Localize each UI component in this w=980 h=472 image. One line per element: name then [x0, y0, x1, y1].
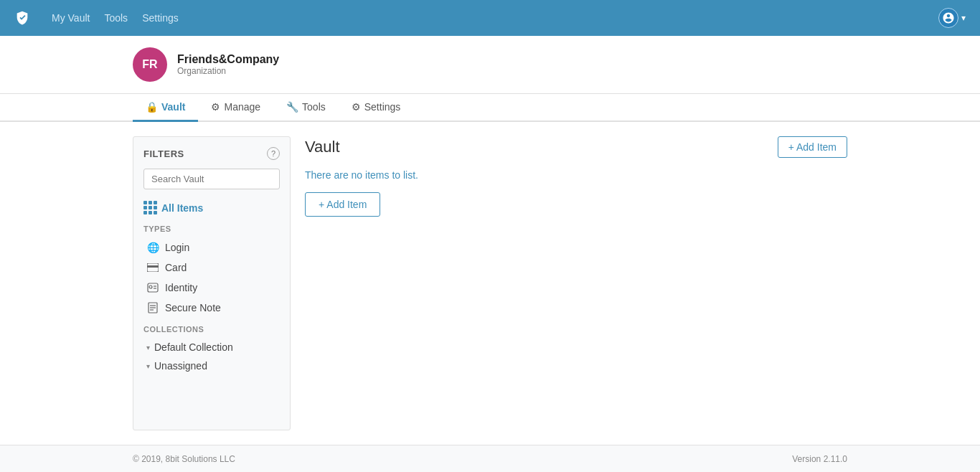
org-header: FR Friends&Company Organization — [0, 36, 980, 94]
add-item-main-button[interactable]: + Add Item — [305, 192, 380, 217]
tab-vault[interactable]: 🔒 Vault — [133, 94, 198, 122]
type-login-label: Login — [165, 242, 189, 253]
user-icon — [938, 8, 958, 28]
caret-unassigned-icon: ▾ — [146, 362, 150, 370]
type-identity[interactable]: Identity — [143, 278, 280, 298]
org-info: Friends&Company Organization — [177, 53, 279, 76]
settings-tab-icon: ⚙ — [352, 101, 361, 113]
sidebar-header: FILTERS ? — [143, 147, 280, 160]
collection-unassigned-label: Unassigned — [154, 360, 207, 372]
identity-icon — [146, 281, 159, 294]
types-section-label: TYPES — [143, 225, 280, 233]
manage-tab-icon: ⚙ — [211, 101, 220, 113]
grid-icon — [143, 201, 157, 214]
svg-rect-1 — [147, 265, 159, 268]
vault-title: Vault — [305, 138, 340, 156]
user-menu[interactable]: ▾ — [938, 8, 966, 28]
type-login[interactable]: 🌐 Login — [143, 237, 280, 258]
filters-label: FILTERS — [143, 148, 184, 159]
empty-message: There are no items to list. — [305, 169, 847, 181]
main-content: FILTERS ? All Items TYPES 🌐 Login — [0, 122, 980, 445]
svg-point-3 — [149, 285, 152, 288]
logo — [14, 10, 30, 26]
collection-unassigned[interactable]: ▾ Unassigned — [143, 357, 280, 375]
user-caret: ▾ — [961, 13, 966, 23]
type-secure-note-label: Secure Note — [165, 302, 221, 313]
settings-tab-label: Settings — [364, 101, 401, 113]
all-items-link[interactable]: All Items — [143, 198, 280, 217]
top-nav: My Vault Tools Settings ▾ — [0, 0, 980, 36]
collection-default-label: Default Collection — [154, 341, 233, 353]
caret-default-icon: ▾ — [146, 344, 150, 351]
tab-manage[interactable]: ⚙ Manage — [198, 94, 273, 122]
card-icon — [146, 261, 159, 274]
account-circle-icon — [942, 11, 955, 24]
nav-tools[interactable]: Tools — [104, 12, 128, 24]
type-identity-label: Identity — [165, 282, 197, 293]
search-input[interactable] — [143, 169, 280, 189]
type-card[interactable]: Card — [143, 258, 280, 278]
login-icon: 🌐 — [146, 241, 159, 254]
sub-nav: 🔒 Vault ⚙ Manage 🔧 Tools ⚙ Settings — [0, 94, 980, 122]
vault-top-bar: Vault + Add Item — [305, 136, 847, 158]
collection-default[interactable]: ▾ Default Collection — [143, 338, 280, 357]
shield-icon — [14, 10, 30, 26]
top-nav-links: My Vault Tools Settings — [52, 12, 938, 24]
nav-my-vault[interactable]: My Vault — [52, 12, 90, 24]
manage-tab-label: Manage — [224, 101, 260, 113]
copyright: © 2019, 8bit Solutions LLC — [133, 454, 235, 464]
vault-tab-icon: 🔒 — [146, 101, 158, 113]
all-items-label: All Items — [161, 202, 203, 214]
tab-tools[interactable]: 🔧 Tools — [273, 94, 339, 122]
footer: © 2019, 8bit Solutions LLC Version 2.11.… — [0, 445, 980, 472]
org-avatar: FR — [133, 47, 167, 82]
tab-settings[interactable]: ⚙ Settings — [339, 94, 414, 122]
nav-settings[interactable]: Settings — [142, 12, 179, 24]
vault-tab-label: Vault — [161, 101, 185, 113]
vault-panel: Vault + Add Item There are no items to l… — [305, 136, 847, 430]
type-secure-note[interactable]: Secure Note — [143, 298, 280, 318]
help-icon[interactable]: ? — [267, 147, 280, 160]
tools-tab-icon: 🔧 — [286, 101, 298, 113]
add-item-top-button[interactable]: + Add Item — [778, 136, 847, 158]
type-card-label: Card — [165, 262, 187, 273]
org-type: Organization — [177, 66, 279, 76]
org-name: Friends&Company — [177, 53, 279, 66]
secure-note-icon — [146, 301, 159, 314]
tools-tab-label: Tools — [302, 101, 326, 113]
sidebar: FILTERS ? All Items TYPES 🌐 Login — [133, 136, 291, 430]
collections-section-label: COLLECTIONS — [143, 325, 280, 334]
version: Version 2.11.0 — [792, 454, 847, 464]
